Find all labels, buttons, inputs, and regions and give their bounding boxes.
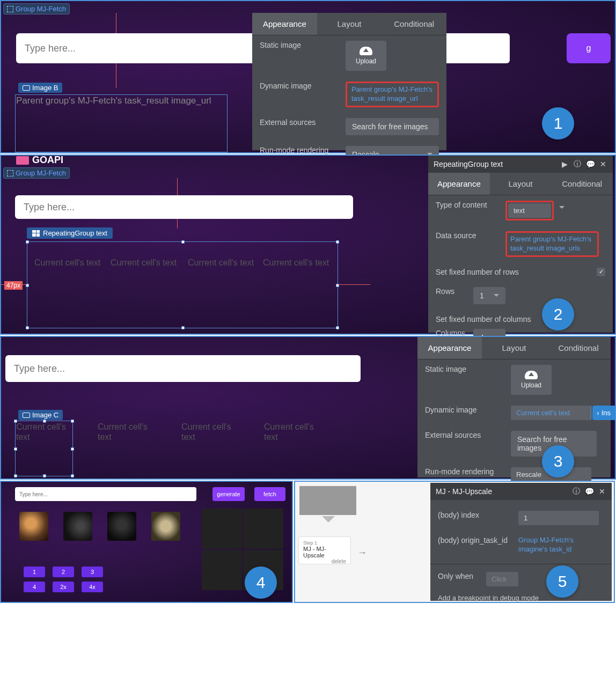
tab-conditional[interactable]: Conditional	[546, 337, 611, 359]
close-icon[interactable]: ✕	[599, 160, 607, 168]
rows-select[interactable]: 1	[473, 287, 505, 304]
thumbnail-2[interactable]	[63, 512, 92, 541]
cell-text-1: Current cell's text	[16, 422, 70, 442]
comment-icon[interactable]: 💬	[586, 160, 595, 168]
generate-button[interactable]: generate	[212, 487, 245, 501]
search-free-images-button[interactable]: Search for free images	[346, 118, 439, 135]
panel-5: Step 1 MJ - MJ-Upscale delete → MJ - MJ-…	[294, 481, 615, 603]
resize-handle[interactable]	[14, 474, 17, 477]
type-here-input-2[interactable]	[15, 195, 353, 219]
group-mj-fetch-label-2[interactable]: Group MJ-Fetch	[3, 167, 70, 179]
dynamic-image-highlight: Parent group's MJ-Fetch's task_result im…	[346, 82, 439, 107]
breakpoint-link[interactable]: Add a breakpoint in debug mode	[438, 594, 539, 602]
group-label-text: Group MJ-Fetch	[16, 5, 66, 13]
resize-handle[interactable]	[43, 474, 46, 477]
resize-handle[interactable]	[71, 447, 74, 451]
play-icon[interactable]: ▶	[560, 160, 569, 168]
panel-2: GOAPI Group MJ-Fetch 118px RepeatingGrou…	[0, 155, 616, 335]
fixed-cols-label: Set fixed number of columns	[436, 315, 531, 323]
body-origin-value[interactable]: Group MJ-Fetch's imagine's task_id	[518, 536, 599, 554]
variant-button-4[interactable]: 4	[24, 582, 45, 592]
goapi-icon	[16, 156, 29, 165]
tab-layout[interactable]: Layout	[317, 13, 382, 35]
variant-button-3[interactable]: 3	[82, 567, 103, 577]
tab-conditional[interactable]: Conditional	[551, 173, 613, 195]
panel-title-text: RepeatingGroup text	[434, 160, 503, 168]
variant-button-2x[interactable]: 2x	[53, 582, 74, 592]
panel-title-bar: MJ - MJ-Upscale ⓘ 💬 ✕	[430, 483, 612, 500]
image-c-text: Image C	[32, 411, 58, 419]
variant-button-1[interactable]: 1	[24, 567, 45, 577]
data-source-value[interactable]: Parent group's MJ-Fetch's task_result im…	[510, 235, 594, 253]
resize-handle[interactable]	[336, 326, 339, 329]
body-index-value[interactable]: 1	[518, 511, 599, 525]
goapi-label: GOAPI	[16, 155, 63, 166]
image-icon	[23, 413, 30, 418]
thumbnail-1[interactable]	[19, 512, 48, 541]
type-value[interactable]: text	[508, 203, 551, 218]
tab-appearance[interactable]: Appearance	[417, 337, 482, 359]
resize-handle[interactable]	[336, 240, 339, 244]
dynamic-image-value[interactable]: Parent group's MJ-Fetch's task_result im…	[351, 85, 433, 104]
resize-handle[interactable]	[26, 326, 29, 329]
step-delete[interactable]: delete	[303, 558, 346, 564]
upload-button[interactable]: Upload	[511, 365, 552, 395]
info-icon[interactable]: ⓘ	[573, 160, 582, 168]
resize-handle[interactable]	[71, 420, 74, 423]
grid-image-3[interactable]	[202, 550, 242, 590]
variant-button-4x[interactable]: 4x	[82, 582, 103, 592]
go-button[interactable]: g	[567, 33, 611, 63]
group-mj-fetch-label[interactable]: Group MJ-Fetch	[3, 3, 70, 14]
variant-button-2[interactable]: 2	[53, 567, 74, 577]
image-b-label[interactable]: Image B	[18, 83, 62, 93]
tab-appearance[interactable]: Appearance	[252, 13, 317, 35]
triangle-down-icon	[322, 516, 335, 523]
insert-pill[interactable]: › Ins	[592, 406, 615, 420]
workflow-step-card[interactable]: Step 1 MJ - MJ-Upscale delete	[298, 536, 351, 564]
goapi-text: GOAPI	[32, 155, 63, 166]
resize-handle[interactable]	[71, 474, 74, 477]
property-panel-1: Appearance Layout Conditional Static ima…	[252, 13, 446, 150]
fetch-button[interactable]: fetch	[254, 487, 285, 501]
tab-layout[interactable]: Layout	[482, 337, 546, 359]
tab-layout[interactable]: Layout	[490, 173, 552, 195]
grid-icon	[32, 230, 40, 237]
thumbnail-4[interactable]	[151, 512, 180, 541]
resize-handle[interactable]	[14, 447, 17, 451]
group-icon	[7, 6, 13, 12]
grid-image-2[interactable]	[243, 509, 283, 549]
panel-3: Image C Current cell's text Current cell…	[0, 336, 616, 480]
rows-label: Rows	[436, 287, 468, 296]
tab-conditional[interactable]: Conditional	[382, 13, 446, 35]
grid-image-1[interactable]	[202, 509, 242, 549]
resize-handle[interactable]	[181, 240, 185, 244]
group-label-text: Group MJ-Fetch	[16, 169, 66, 177]
close-icon[interactable]: ✕	[598, 487, 606, 496]
insert-label: Ins	[602, 409, 611, 417]
type-of-content-label: Type of content	[436, 201, 500, 209]
tab-appearance[interactable]: Appearance	[428, 173, 490, 195]
type-here-input-3[interactable]	[5, 355, 361, 382]
chevron-down-icon[interactable]	[559, 206, 564, 209]
repeating-group-label[interactable]: RepeatingGroup text	[27, 227, 113, 239]
info-icon[interactable]: ⓘ	[572, 487, 581, 496]
panel-4: generate fetch 1 2 3 4 2x 4x 4	[0, 481, 293, 603]
rows-value: 1	[480, 291, 484, 300]
property-panel-2: RepeatingGroup text ▶ ⓘ 💬 ✕ Appearance L…	[428, 156, 613, 333]
type-here-input-4[interactable]	[15, 487, 196, 501]
resize-handle[interactable]	[26, 240, 29, 244]
cell-text-1: Current cell's text	[34, 258, 100, 268]
resize-handle[interactable]	[181, 326, 185, 329]
external-sources-label: External sources	[260, 118, 340, 127]
only-when-value[interactable]: Click	[486, 572, 518, 586]
repeating-group-frame[interactable]	[27, 241, 338, 328]
upload-button[interactable]: Upload	[346, 41, 386, 71]
thumbnail-3[interactable]	[107, 512, 136, 541]
image-c-label[interactable]: Image C	[18, 410, 63, 420]
tabs: Appearance Layout Conditional	[428, 173, 613, 195]
comment-icon[interactable]: 💬	[585, 487, 593, 496]
image-b-frame[interactable]	[15, 94, 228, 152]
property-panel-3: Appearance Layout Conditional Static ima…	[417, 337, 611, 477]
fixed-rows-checkbox[interactable]: ✓	[597, 268, 605, 276]
dynamic-image-value[interactable]: Current cell's text	[511, 406, 591, 420]
